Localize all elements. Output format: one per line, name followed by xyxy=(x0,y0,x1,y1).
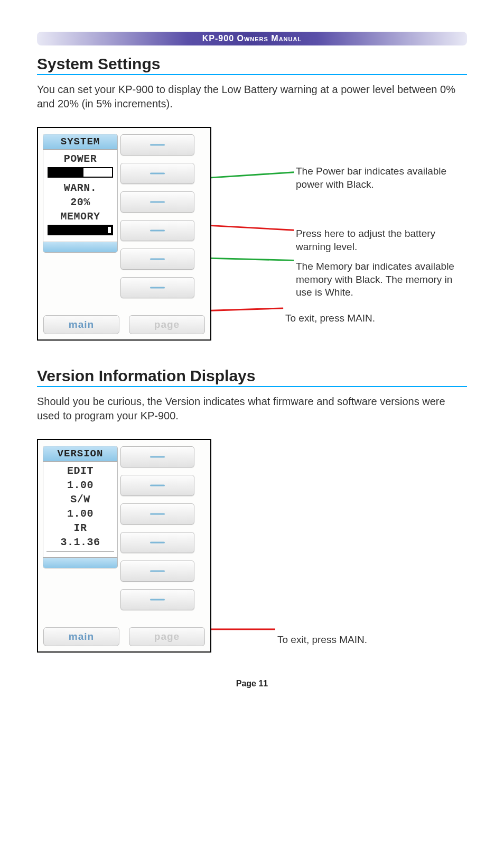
lcd-value-edit: 1.00 xyxy=(46,478,114,492)
lcd-label-memory: MEMORY xyxy=(46,209,114,224)
svg-line-3 xyxy=(211,308,283,314)
version-info-diagram: VERSION EDIT 1.00 S/W 1.00 IR 3.1.36 xyxy=(37,439,467,653)
section2-intro: Should you be curious, the Version indic… xyxy=(37,394,467,423)
page-number: Page 11 xyxy=(37,679,467,688)
svg-line-1 xyxy=(211,225,294,231)
callout-memory-bar: The Memory bar indicates available memor… xyxy=(296,260,465,299)
side-button-6[interactable] xyxy=(120,277,194,298)
device-panel-system: SYSTEM POWER WARN. 20% MEMORY xyxy=(37,127,211,341)
lcd-header-version: VERSION xyxy=(43,446,117,462)
callout-exit-main-1: To exit, press MAIN. xyxy=(285,312,375,325)
side-button-b1[interactable] xyxy=(120,446,194,467)
banner-prefix: KP-900 xyxy=(202,34,237,43)
section-title-system-settings: System Settings xyxy=(37,55,467,75)
svg-line-0 xyxy=(211,172,294,181)
side-button-5[interactable] xyxy=(120,249,194,270)
manual-header-banner: KP-900 Owners Manual xyxy=(37,32,467,45)
side-button-4[interactable] xyxy=(120,220,194,241)
callout-adjust-warning: Press here to adjust the battery warning… xyxy=(296,227,465,253)
side-button-b2[interactable] xyxy=(120,475,194,496)
side-button-b6[interactable] xyxy=(120,589,194,610)
callout-power-bar: The Power bar indicates available power … xyxy=(296,165,465,191)
side-button-3[interactable] xyxy=(120,191,194,213)
side-button-b5[interactable] xyxy=(120,561,194,582)
lcd-value-ir: 3.1.36 xyxy=(46,535,114,552)
side-button-b4[interactable] xyxy=(120,532,194,553)
system-settings-diagram: SYSTEM POWER WARN. 20% MEMORY xyxy=(37,127,467,341)
arrow-layer-2 xyxy=(211,439,467,650)
lcd-footer-blank xyxy=(43,242,117,252)
lcd-header: SYSTEM xyxy=(43,134,117,150)
section-title-version-info: Version Information Displays xyxy=(37,367,467,387)
side-button-2[interactable] xyxy=(120,163,194,184)
lcd-label-pct: 20% xyxy=(46,195,114,209)
side-button-b3[interactable] xyxy=(120,503,194,525)
lcd-label-edit: EDIT xyxy=(46,464,114,478)
lcd-label-sw: S/W xyxy=(46,492,114,507)
power-bar xyxy=(48,167,113,178)
lcd-label-ir: IR xyxy=(46,521,114,535)
side-button-1[interactable] xyxy=(120,134,194,155)
device-panel-version: VERSION EDIT 1.00 S/W 1.00 IR 3.1.36 xyxy=(37,439,211,653)
memory-bar-free xyxy=(107,227,111,233)
lcd-value-sw: 1.00 xyxy=(46,507,114,521)
lcd-footer-blank-2 xyxy=(43,557,117,568)
section1-intro: You can set your KP-900 to display the L… xyxy=(37,82,467,111)
main-button[interactable]: main xyxy=(43,315,119,334)
lcd-screen-system: SYSTEM POWER WARN. 20% MEMORY xyxy=(43,134,117,252)
system-annotations: The Power bar indicates available power … xyxy=(211,127,467,338)
page-button[interactable]: page xyxy=(129,315,205,334)
lcd-screen-version: VERSION EDIT 1.00 S/W 1.00 IR 3.1.36 xyxy=(43,446,117,568)
lcd-label-power: POWER xyxy=(46,152,114,166)
lcd-label-warn: WARN. xyxy=(46,181,114,195)
version-annotations: To exit, press MAIN. xyxy=(211,439,467,650)
banner-small: Owners Manual xyxy=(237,34,302,43)
callout-exit-main-2: To exit, press MAIN. xyxy=(277,633,367,647)
main-button-2[interactable]: main xyxy=(43,627,119,646)
page-button-2[interactable]: page xyxy=(129,627,205,646)
memory-bar xyxy=(48,225,113,235)
power-bar-fill xyxy=(49,168,83,177)
svg-line-2 xyxy=(211,257,294,261)
